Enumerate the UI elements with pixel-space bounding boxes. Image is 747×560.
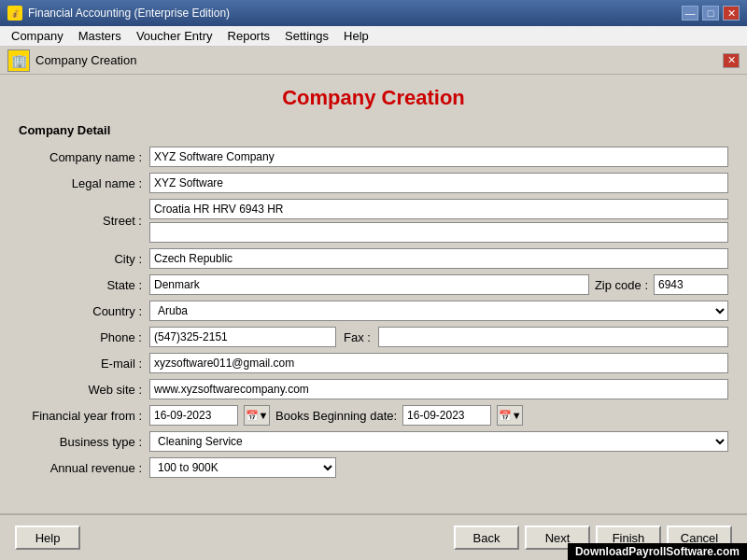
title-bar-controls: — □ ✕	[682, 6, 740, 21]
financial-year-label: Financial year from :	[19, 409, 149, 423]
financial-year-calendar-button[interactable]: 📅▼	[244, 405, 270, 426]
business-type-select[interactable]: Cleaning Service Manufacturing Retail Wh…	[149, 431, 728, 452]
section-title: Company Detail	[19, 123, 728, 137]
help-button[interactable]: Help	[15, 525, 80, 550]
menu-bar: Company Masters Voucher Entry Reports Se…	[0, 26, 747, 47]
financial-year-row: 📅▼ Books Beginning date: 📅▼	[149, 405, 728, 426]
back-button[interactable]: Back	[454, 525, 519, 550]
form-heading: Company Creation	[19, 86, 728, 110]
window-title: Financial Accounting (Enterprise Edition…	[28, 7, 230, 20]
annual-revenue-select[interactable]: 100 to 900K Under 100K 1M to 10M 10M to …	[149, 457, 336, 478]
business-type-label: Business type :	[19, 435, 149, 449]
legal-name-input[interactable]	[149, 173, 728, 193]
zip-code-input[interactable]	[654, 274, 728, 295]
watermark: DownloadPayrollSoftware.com	[568, 543, 747, 560]
dialog-title: Company Creation	[35, 53, 136, 67]
street-input-2[interactable]	[149, 222, 728, 243]
dialog-close-button[interactable]: ✕	[723, 53, 740, 68]
phone-label: Phone :	[19, 330, 149, 344]
company-name-label: Company name :	[19, 150, 149, 164]
title-bar: 💰 Financial Accounting (Enterprise Editi…	[0, 0, 747, 26]
fax-input[interactable]	[378, 327, 728, 347]
phone-input[interactable]	[149, 327, 336, 347]
menu-reports[interactable]: Reports	[220, 27, 278, 45]
menu-settings[interactable]: Settings	[277, 27, 336, 45]
street-input-1[interactable]	[149, 199, 728, 219]
street-group	[149, 199, 728, 243]
window-close-button[interactable]: ✕	[723, 6, 740, 21]
minimize-button[interactable]: —	[682, 6, 698, 21]
annual-revenue-label: Annual revenue :	[19, 461, 149, 475]
menu-company[interactable]: Company	[4, 27, 71, 45]
street-label: Street :	[19, 214, 149, 228]
state-label: State :	[19, 278, 149, 292]
state-input[interactable]	[149, 274, 589, 295]
dialog-toolbar: 🏢 Company Creation ✕	[0, 47, 747, 75]
city-label: City :	[19, 252, 149, 266]
website-input[interactable]	[149, 379, 728, 399]
state-zip-row: Zip code :	[149, 274, 728, 295]
phone-fax-row: Fax :	[149, 327, 728, 347]
books-beginning-calendar-button[interactable]: 📅▼	[497, 405, 523, 426]
maximize-button[interactable]: □	[702, 6, 719, 21]
email-input[interactable]	[149, 353, 728, 373]
country-select[interactable]: Aruba Afghanistan Albania Australia Belg…	[149, 301, 728, 321]
books-beginning-label: Books Beginning date:	[275, 409, 397, 423]
app-icon: 💰	[7, 6, 22, 21]
website-label: Web site :	[19, 383, 149, 397]
city-input[interactable]	[149, 248, 728, 269]
country-label: Country :	[19, 304, 149, 318]
dialog-icon: 🏢	[7, 49, 30, 72]
content-area: Company Creation Company Detail Company …	[0, 75, 747, 513]
email-label: E-mail :	[19, 357, 149, 371]
legal-name-label: Legal name :	[19, 176, 149, 190]
annual-revenue-row: 100 to 900K Under 100K 1M to 10M 10M to …	[149, 457, 728, 478]
financial-year-input[interactable]	[149, 405, 238, 426]
menu-help[interactable]: Help	[336, 27, 376, 45]
books-beginning-input[interactable]	[402, 405, 491, 426]
main-area: 🏢 Company Creation ✕ Company Creation Co…	[0, 47, 747, 560]
form-grid: Company name : Legal name : Street : Cit…	[19, 147, 728, 478]
menu-masters[interactable]: Masters	[71, 27, 129, 45]
menu-voucher-entry[interactable]: Voucher Entry	[129, 27, 220, 45]
fax-label: Fax :	[344, 330, 371, 344]
company-name-input[interactable]	[149, 147, 728, 167]
zip-code-label: Zip code :	[595, 278, 648, 292]
